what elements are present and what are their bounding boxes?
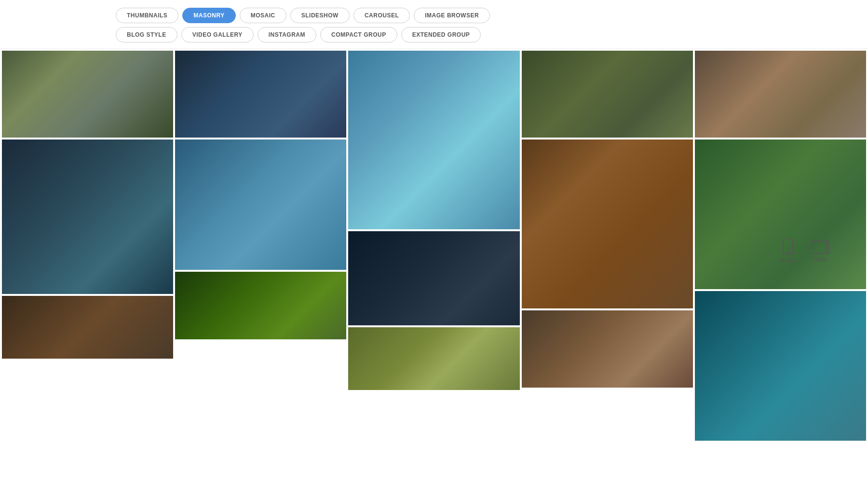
toolbar-row2: BLOG STYLEVIDEO GALLERYINSTAGRAMCOMPACT … — [116, 27, 868, 42]
gallery-image[interactable] — [175, 139, 346, 270]
tablet-device-button[interactable]: Tablet — [810, 240, 829, 262]
gallery-image[interactable] — [695, 51, 866, 138]
gallery-image[interactable] — [348, 51, 519, 229]
view-btn-compact-group[interactable]: COMPACT GROUP — [320, 27, 397, 42]
device-icons: Mobile Tablet — [780, 238, 829, 264]
gallery-col-0 — [2, 51, 173, 481]
view-btn-extended-group[interactable]: EXTENDED GROUP — [401, 27, 481, 42]
view-btn-instagram[interactable]: INSTAGRAM — [258, 27, 316, 42]
toolbar-row1: THUMBNAILSMASONRYMOSAICSLIDESHOWCAROUSEL… — [116, 8, 868, 23]
view-btn-carousel[interactable]: CAROUSEL — [353, 8, 410, 23]
gallery-image[interactable] — [695, 291, 866, 441]
gallery-image[interactable] — [348, 231, 519, 325]
gallery-col-4 — [695, 51, 866, 481]
gallery-col-1 — [175, 51, 346, 481]
gallery-image[interactable] — [2, 51, 173, 138]
gallery-image[interactable] — [522, 139, 693, 308]
view-btn-mosaic[interactable]: MOSAIC — [240, 8, 286, 23]
gallery-image[interactable] — [175, 51, 346, 138]
gallery-image[interactable] — [695, 139, 866, 289]
gallery-image[interactable] — [522, 310, 693, 388]
view-btn-masonry[interactable]: MASONRY — [182, 8, 235, 23]
tablet-icon — [810, 240, 829, 254]
gallery-image[interactable] — [522, 51, 693, 138]
gallery-image[interactable] — [2, 296, 173, 359]
view-btn-image-browser[interactable]: IMAGE BROWSER — [414, 8, 490, 23]
toolbar: THUMBNAILSMASONRYMOSAICSLIDESHOWCAROUSEL… — [0, 0, 868, 49]
gallery-image[interactable] — [175, 272, 346, 339]
view-btn-blog-style[interactable]: BLOG STYLE — [116, 27, 177, 42]
mobile-label: Mobile — [780, 258, 796, 264]
view-btn-slideshow[interactable]: SLIDESHOW — [290, 8, 350, 23]
svg-point-1 — [787, 251, 789, 253]
mobile-icon — [782, 238, 794, 256]
gallery — [0, 49, 868, 483]
view-btn-video-gallery[interactable]: VIDEO GALLERY — [181, 27, 254, 42]
gallery-col-3 — [522, 51, 693, 481]
tablet-label: Tablet — [813, 256, 827, 262]
gallery-image[interactable] — [2, 139, 173, 294]
view-btn-thumbnails[interactable]: THUMBNAILS — [116, 8, 178, 23]
mobile-device-button[interactable]: Mobile — [780, 238, 796, 264]
gallery-col-2 — [348, 51, 519, 481]
gallery-image[interactable] — [348, 327, 519, 390]
